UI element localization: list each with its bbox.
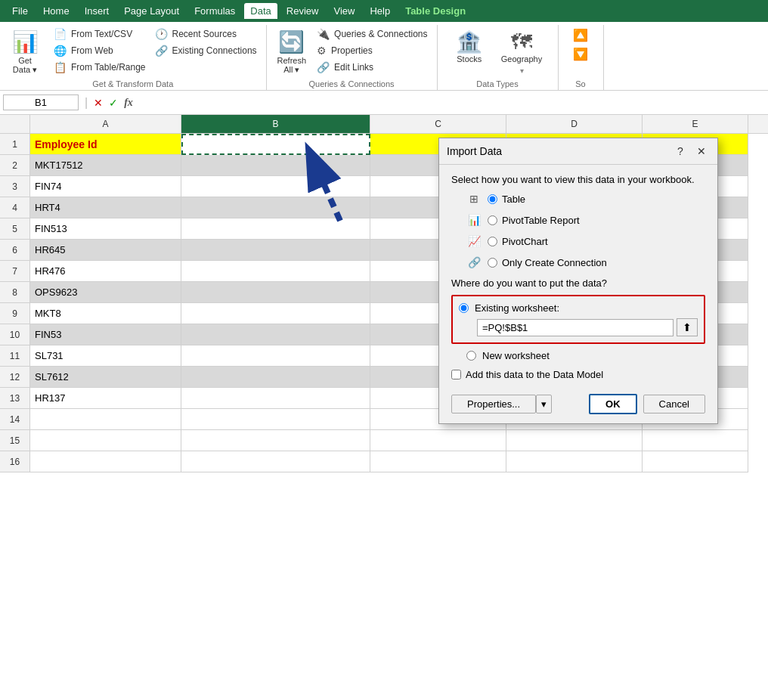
option-pivot-table-label[interactable]: PivotTable Report: [488, 215, 580, 226]
properties-arrow-button[interactable]: ▾: [536, 395, 552, 413]
cell-b6[interactable]: [181, 240, 370, 261]
dropdown-arrow: ▾: [520, 67, 524, 75]
cell-b5[interactable]: [181, 218, 370, 240]
cell-b15[interactable]: [181, 430, 370, 451]
geography-button[interactable]: 🗺 Geography: [495, 26, 548, 67]
ws-upload-button[interactable]: ⬆: [677, 318, 698, 336]
cell-a4[interactable]: HRT4: [30, 197, 181, 218]
option-pivot-chart-label[interactable]: PivotChart: [488, 236, 548, 247]
menu-page-layout[interactable]: Page Layout: [118, 3, 185, 19]
row-num-6: 6: [0, 240, 30, 261]
menu-review[interactable]: Review: [280, 3, 325, 19]
menu-home[interactable]: Home: [37, 3, 76, 19]
dialog-help-button[interactable]: ?: [672, 143, 689, 160]
cell-a5[interactable]: FIN513: [30, 218, 181, 240]
col-header-e[interactable]: E: [643, 115, 748, 133]
existing-connections-button[interactable]: 🔗 Existing Connections: [152, 43, 260, 58]
stocks-button[interactable]: 🏦 Stocks: [447, 26, 492, 67]
cell-a14[interactable]: [30, 409, 181, 430]
refresh-all-button[interactable]: 🔄 RefreshAll ▾: [273, 26, 311, 78]
menu-help[interactable]: Help: [364, 3, 396, 19]
cell-d15[interactable]: [506, 430, 643, 451]
formula-input[interactable]: [136, 97, 765, 108]
sort-az-button[interactable]: 🔼: [570, 26, 591, 44]
queries-connections-button[interactable]: 🔌 Queries & Connections: [314, 26, 430, 42]
cell-b12[interactable]: [181, 367, 370, 388]
cell-b3[interactable]: [181, 176, 370, 197]
data-model-checkbox[interactable]: [451, 370, 461, 379]
menu-insert[interactable]: Insert: [79, 3, 116, 19]
cell-a1[interactable]: Employee Id: [30, 134, 181, 155]
option-pivot-chart-text: PivotChart: [502, 236, 548, 247]
from-text-csv-button[interactable]: 📄 From Text/CSV: [51, 26, 149, 42]
option-table-label[interactable]: Table: [488, 194, 525, 205]
confirm-icon[interactable]: ✓: [106, 97, 121, 109]
option-connection-radio[interactable]: [488, 258, 497, 268]
properties-btn-label: Properties...: [467, 398, 520, 410]
option-connection-text: Only Create Connection: [502, 257, 607, 268]
existing-worksheet-box: Existing worksheet: ⬆: [451, 295, 705, 344]
menu-data[interactable]: Data: [244, 3, 277, 19]
cell-b1[interactable]: [181, 134, 370, 155]
cell-e15[interactable]: [643, 430, 748, 451]
properties-dropdown-button[interactable]: Properties...: [451, 395, 536, 413]
ok-button[interactable]: OK: [589, 394, 637, 414]
existing-ws-radio[interactable]: [459, 303, 469, 313]
option-pivot-chart-radio[interactable]: [488, 237, 497, 246]
col-header-b[interactable]: B: [181, 115, 370, 133]
worksheet-input[interactable]: [477, 319, 674, 336]
from-web-button[interactable]: 🌐 From Web: [51, 43, 149, 58]
option-pivot-table-radio[interactable]: [488, 215, 497, 225]
get-data-button[interactable]: 📊 GetData ▾: [6, 26, 44, 78]
cell-a16[interactable]: [30, 451, 181, 472]
cancel-button[interactable]: Cancel: [643, 395, 705, 413]
ribbon-group-content: 📊 GetData ▾ 📄 From Text/CSV 🌐 From Web 📋…: [6, 26, 260, 78]
menu-formulas[interactable]: Formulas: [188, 3, 241, 19]
cell-a8[interactable]: OPS9623: [30, 282, 181, 303]
recent-sources-button[interactable]: 🕐 Recent Sources: [152, 26, 260, 42]
edit-links-button[interactable]: 🔗 Edit Links: [314, 60, 430, 75]
new-ws-radio[interactable]: [466, 351, 476, 361]
cell-d16[interactable]: [506, 451, 643, 472]
name-box[interactable]: [3, 94, 79, 110]
cell-b11[interactable]: [181, 345, 370, 367]
existing-ws-radio-row: Existing worksheet:: [459, 302, 698, 314]
from-table-button[interactable]: 📋 From Table/Range: [51, 60, 149, 75]
menu-view[interactable]: View: [327, 3, 361, 19]
menu-file[interactable]: File: [6, 3, 34, 19]
cell-b9[interactable]: [181, 303, 370, 324]
cell-a11[interactable]: SL731: [30, 345, 181, 367]
cell-a12[interactable]: SL7612: [30, 367, 181, 388]
cell-b16[interactable]: [181, 451, 370, 472]
cell-a13[interactable]: HR137: [30, 388, 181, 409]
option-table-radio[interactable]: [488, 194, 497, 204]
cell-b14[interactable]: [181, 409, 370, 430]
properties-button[interactable]: ⚙ Properties: [314, 43, 430, 58]
option-connection-label[interactable]: Only Create Connection: [488, 257, 607, 268]
edit-links-label: Edit Links: [334, 62, 373, 73]
col-header-c[interactable]: C: [370, 115, 506, 133]
cell-b13[interactable]: [181, 388, 370, 409]
cell-b4[interactable]: [181, 197, 370, 218]
cell-b2[interactable]: [181, 155, 370, 176]
cell-b8[interactable]: [181, 282, 370, 303]
cell-b7[interactable]: [181, 261, 370, 282]
sort-za-button[interactable]: 🔽: [570, 45, 591, 63]
menu-table-design[interactable]: Table Design: [399, 3, 472, 19]
cell-b10[interactable]: [181, 324, 370, 345]
cell-e16[interactable]: [643, 451, 748, 472]
cell-a15[interactable]: [30, 430, 181, 451]
cell-a6[interactable]: HR645: [30, 240, 181, 261]
cancel-icon[interactable]: ✕: [91, 97, 106, 109]
cell-c16[interactable]: [370, 451, 506, 472]
cell-a10[interactable]: FIN53: [30, 324, 181, 345]
fx-icon[interactable]: fx: [121, 97, 136, 109]
cell-a7[interactable]: HR476: [30, 261, 181, 282]
cell-c15[interactable]: [370, 430, 506, 451]
col-header-d[interactable]: D: [506, 115, 643, 133]
cell-a3[interactable]: FIN74: [30, 176, 181, 197]
cell-a9[interactable]: MKT8: [30, 303, 181, 324]
dialog-close-button[interactable]: ✕: [693, 143, 710, 160]
col-header-a[interactable]: A: [30, 115, 181, 133]
cell-a2[interactable]: MKT17512: [30, 155, 181, 176]
